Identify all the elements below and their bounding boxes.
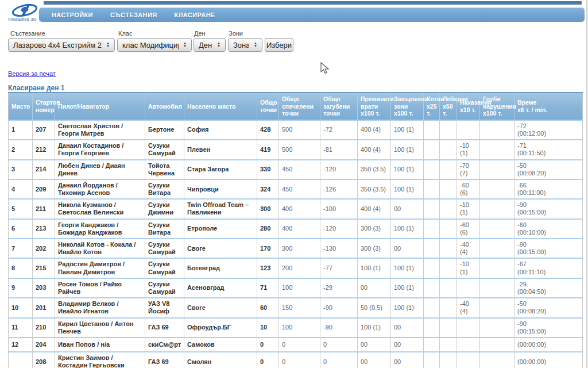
cell-gates: 400 (4) [358, 140, 391, 159]
top-accent-strip [44, 1, 582, 5]
cell-start-number: 207 [33, 120, 55, 140]
cell-zones: 100 (1) [391, 120, 424, 140]
competition-select[interactable]: Лазарово 4x4 Екстрийм 2015 ▲▼ [8, 38, 115, 52]
cell-city: Чипровци [184, 179, 257, 199]
cell-car: скиСм@рт [145, 338, 184, 352]
cell-car: ГАЗ 69 [145, 318, 184, 338]
cell-total-points: 10 [257, 318, 279, 338]
cell-car: Сузуки Витара [145, 219, 184, 239]
cell-earned-points: 100 [279, 278, 320, 298]
cell-city: Стара Загора [184, 160, 257, 179]
cell-total-points: 71 [257, 278, 279, 298]
cell-zones: 100 (1) [391, 258, 424, 278]
cell-lost-points: 0 [320, 352, 358, 368]
cell-place: 5 [9, 199, 33, 218]
cell-time: -66 (00:11:00) [514, 179, 583, 199]
print-version-link[interactable]: Версия за печат [8, 70, 56, 77]
cell-zones: 00 [391, 338, 424, 352]
cell-earned-points: 400 [279, 219, 320, 239]
select-stepper-icon: ▲▼ [254, 42, 257, 48]
table-header-row: Място Стартов номер Пилот/Навигатор Авто… [9, 93, 583, 120]
cell-zones: 00 [391, 199, 424, 218]
cell-total-points: 330 [257, 160, 279, 179]
cell-anchors [424, 338, 440, 352]
cell-city: Своге [184, 298, 257, 317]
cell-zones: 100 (1) [391, 298, 424, 317]
cell-time: -67 (00:11:10) [514, 258, 583, 278]
column-header: Преминати врати x100 т. [358, 93, 391, 120]
cell-total-points: 170 [257, 239, 279, 258]
cell-start-number: 212 [33, 140, 55, 159]
table-row: 4 209 Данаил Йорданов / Тихомир Асенов С… [9, 179, 583, 199]
cell-zones: 100 (1) [391, 140, 424, 159]
column-header: Населено място [184, 93, 257, 120]
class-select[interactable]: клас Модифициран ▲▼ [117, 38, 192, 52]
cell-time: -71 (00:11:50) [514, 140, 583, 159]
main-navbar: НАСТРОЙКИСЪСТЕЗАНИЯКЛАСИРАНЕ [39, 7, 585, 22]
cell-penalties: -10 (1) [457, 199, 480, 218]
cell-lost-points: -81 [320, 140, 358, 159]
cell-lost-points: -100 [320, 199, 358, 218]
cell-city: Самоков [184, 338, 257, 352]
cell-car: Сузуки Самурай [145, 140, 184, 159]
select-stepper-icon: ▲▼ [217, 42, 220, 48]
cell-violations [480, 219, 514, 239]
cell-pilot-navigator: Данаил Костадинов / Георги Георгиев [55, 140, 145, 159]
cell-total-points: 419 [257, 140, 279, 159]
cell-anchors [424, 140, 440, 159]
column-header: Общо загубени точки [320, 93, 358, 120]
cell-total-points: 280 [257, 219, 279, 239]
day-label: Ден [194, 30, 206, 37]
cell-pilot-navigator: Кристин Заимов / Костадин Гергьовски [55, 352, 145, 368]
day-select[interactable]: Ден 1 ▲▼ [194, 38, 226, 52]
cell-anchors [424, 298, 440, 317]
cell-penalties: -40 (4) [457, 239, 480, 258]
cell-lost-points: -130 [320, 239, 358, 258]
table-row: 5 211 Никола Кузманов / Светослав Велинс… [9, 199, 583, 218]
cell-penalties [457, 338, 480, 352]
cell-penalties: -60 (6) [457, 179, 480, 199]
cell-earned-points: 500 [279, 120, 320, 140]
cell-anchors [424, 239, 440, 258]
cell-earned-points: 0 [279, 338, 320, 352]
cell-gates: 100 (1) [358, 318, 391, 338]
column-header: Пилот/Навигатор [55, 93, 145, 120]
cell-earned-points: 300 [279, 239, 320, 258]
cell-place [9, 352, 33, 368]
cell-zones: 100 (1) [391, 219, 424, 239]
cell-gates: 00 [358, 338, 391, 352]
cell-place: 4 [9, 179, 33, 199]
cell-lost-points: -72 [320, 120, 358, 140]
cell-violations [480, 258, 514, 278]
cell-winches [440, 338, 457, 352]
nav-tab[interactable]: КЛАСИРАНЕ [175, 12, 215, 18]
zones-select[interactable]: Зона 2 ▲▼ [228, 38, 262, 52]
cell-total-points: 0 [257, 338, 279, 352]
nav-tab[interactable]: НАСТРОЙКИ [52, 12, 93, 18]
cell-winches [440, 199, 457, 218]
cell-winches [440, 140, 457, 159]
cell-violations [480, 352, 514, 368]
nav-tab[interactable]: СЪСТЕЗАНИЯ [110, 12, 157, 18]
cell-place: 2 [9, 140, 33, 159]
cell-zones: 100 (1) [391, 278, 424, 298]
cell-anchors [424, 179, 440, 199]
table-row: 3 214 Любен Динев / Диаян Динев Тойота Ч… [9, 160, 583, 179]
column-header: Автомобил [145, 93, 184, 120]
cell-winches [440, 160, 457, 179]
cell-pilot-navigator: Владимир Велков / Ивайло Игнатов [55, 298, 145, 317]
select-submit-button[interactable]: Избери [265, 38, 293, 52]
cell-gates: 400 (4) [358, 120, 391, 140]
cell-gates: 00 [358, 278, 391, 298]
cell-penalties: -10 (1) [457, 258, 480, 278]
cell-time: -50 (00:08:20) [514, 298, 583, 317]
cell-start-number: 213 [33, 219, 55, 239]
cell-start-number: 204 [33, 338, 55, 352]
cell-pilot-navigator: Никола Кузманов / Светослав Велински [55, 199, 145, 218]
cell-winches [440, 219, 457, 239]
cell-zones: 100 (1) [391, 179, 424, 199]
cell-car: Сузуки Самурай [145, 278, 184, 298]
cell-car: Сузуки Самурай [145, 239, 184, 258]
cell-pilot-navigator: Росен Томов / Райко Райчев [55, 278, 145, 298]
cell-city: Ботевград [184, 258, 257, 278]
